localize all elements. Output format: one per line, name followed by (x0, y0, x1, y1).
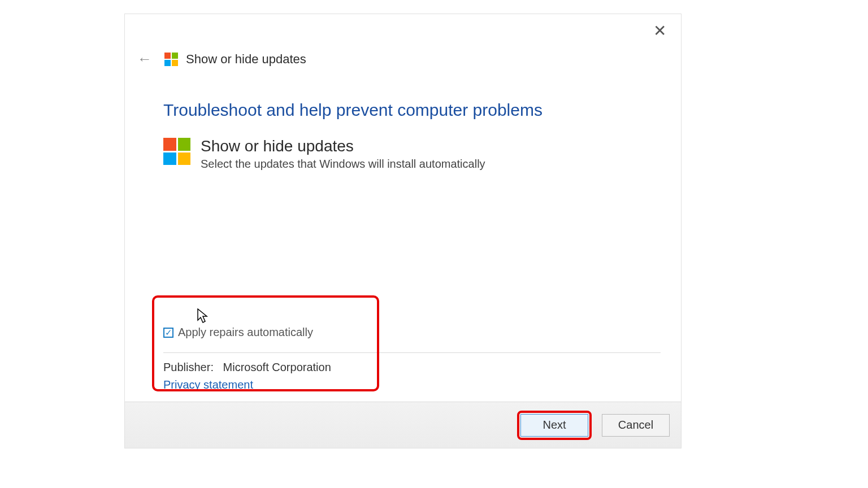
back-arrow-icon: ← (137, 50, 152, 67)
close-icon: ✕ (653, 22, 666, 40)
microsoft-logo-icon (163, 138, 190, 165)
back-button[interactable]: ← (133, 48, 157, 70)
close-button[interactable]: ✕ (649, 21, 671, 41)
troubleshooter-description: Select the updates that Windows will ins… (201, 158, 485, 171)
dialog-content: Troubleshoot and help prevent computer p… (125, 70, 681, 171)
dialog-footer: Next Cancel (125, 402, 681, 448)
troubleshooter-title: Show or hide updates (201, 138, 485, 155)
annotation-highlight-box (152, 295, 379, 391)
troubleshooter-entry: Show or hide updates Select the updates … (163, 138, 681, 171)
next-button[interactable]: Next (520, 414, 588, 437)
troubleshooter-dialog: ✕ ← Show or hide updates Troubleshoot an… (124, 14, 682, 448)
page-heading: Troubleshoot and help prevent computer p… (163, 101, 681, 120)
annotation-highlight-next: Next (517, 411, 592, 440)
dialog-header: ← Show or hide updates (125, 14, 681, 70)
window-title: Show or hide updates (186, 52, 306, 67)
cancel-button[interactable]: Cancel (602, 414, 670, 437)
microsoft-logo-icon (164, 53, 178, 66)
